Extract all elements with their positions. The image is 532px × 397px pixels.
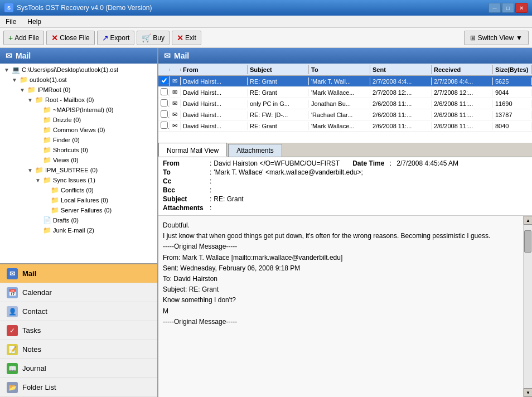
body-line: -----Original Message----- xyxy=(163,317,519,327)
folder-icon: 📁 xyxy=(43,176,51,184)
tree-label: Shortcuts (0) xyxy=(53,147,88,153)
menu-help[interactable]: Help xyxy=(24,17,45,27)
tree-label: C:\Users\psi\Desktop\outlook(1).ost xyxy=(22,66,118,73)
mail-detail: Normal Mail ViewAttachments From : David… xyxy=(158,143,532,397)
to-label: To xyxy=(163,168,207,176)
maximize-button[interactable]: □ xyxy=(502,3,514,13)
row-to: Jonathan Bu... xyxy=(309,100,370,108)
scroll-track[interactable] xyxy=(524,225,532,388)
detail-tab-normal-mail-view[interactable]: Normal Mail View xyxy=(158,143,227,157)
scroll-thumb[interactable] xyxy=(524,230,531,253)
row-check[interactable] xyxy=(158,76,170,86)
nav-item-calendar[interactable]: 📅 Calendar xyxy=(0,283,157,302)
nav-item-journal[interactable]: 📖 Journal xyxy=(0,359,157,378)
row-received: 2/6/2008 11:... xyxy=(432,122,493,130)
nav-item-mail[interactable]: ✉ Mail xyxy=(0,264,157,283)
tree-toggle: ▼ xyxy=(19,87,26,93)
tree-label: Server Failures (0) xyxy=(61,207,112,214)
tree-item[interactable]: 📁 Junk E-mail (2) xyxy=(1,225,156,235)
row-received: 2/7/2008 4:4... xyxy=(432,78,493,85)
mail-row[interactable]: ✉ David Hairst... RE: FW: [D-... 'Rachae… xyxy=(158,109,532,120)
row-sent: 2/6/2008 11:... xyxy=(370,111,432,119)
menu-file[interactable]: File xyxy=(2,17,20,27)
tree-item[interactable]: 📁 Conflicts (0) xyxy=(1,185,156,195)
tree-label: Drafts (0) xyxy=(53,217,79,224)
add-file-button[interactable]: + Add File xyxy=(3,31,44,45)
row-from: David Hairst... xyxy=(181,89,248,96)
row-check[interactable] xyxy=(158,121,170,130)
col-header-sent[interactable]: Sent xyxy=(370,65,432,74)
detail-tabs: Normal Mail ViewAttachments xyxy=(158,143,532,157)
col-header-from[interactable]: From xyxy=(181,65,248,74)
close-file-button[interactable]: ✕ Close File xyxy=(46,31,94,45)
right-panel-icon: ✉ xyxy=(164,51,171,60)
tree-item[interactable]: ▼ 📁 IPM_SUBTREE (0) xyxy=(1,165,156,175)
tree-area[interactable]: ▼ 💻 C:\Users\psi\Desktop\outlook(1).ost … xyxy=(0,64,157,263)
tree-item[interactable]: 📁 Server Failures (0) xyxy=(1,205,156,215)
tree-item[interactable]: 📄 Drafts (0) xyxy=(1,215,156,225)
col-header-to[interactable]: To xyxy=(309,65,370,74)
row-icon: ✉ xyxy=(170,122,181,130)
mail-row[interactable]: ✉ David Hairst... RE: Grant 'Mark T. Wal… xyxy=(158,76,532,87)
export-button[interactable]: ↗ Export xyxy=(97,31,135,45)
tree-item[interactable]: 📁 Finder (0) xyxy=(1,135,156,145)
tree-item[interactable]: 📁 Drizzle (0) xyxy=(1,115,156,125)
buy-button[interactable]: 🛒 Buy xyxy=(137,31,170,45)
row-check[interactable] xyxy=(158,99,170,108)
scroll-down-button[interactable]: ▼ xyxy=(524,388,532,397)
minimize-button[interactable]: ─ xyxy=(489,3,501,13)
body-scrollbar[interactable]: ▲ ▼ xyxy=(523,216,532,397)
col-header-received[interactable]: Received xyxy=(432,65,493,74)
right-panel: ✉ Mail From Subject To Sent Received Siz… xyxy=(158,48,532,397)
left-panel: ✉ Mail ▼ 💻 C:\Users\psi\Desktop\outlook(… xyxy=(0,48,158,397)
row-check[interactable] xyxy=(158,88,170,97)
switch-view-icon: ⊞ xyxy=(470,34,476,42)
col-header-size[interactable]: Size(Bytes) xyxy=(493,65,532,74)
col-header-subject[interactable]: Subject xyxy=(248,65,309,74)
nav-item-tasks[interactable]: ✓ Tasks xyxy=(0,321,157,340)
nav-item-contact[interactable]: 👤 Contact xyxy=(0,302,157,321)
tree-item[interactable]: ▼ 📁 Sync Issues (1) xyxy=(1,175,156,185)
row-subject: only PC in G... xyxy=(248,100,309,108)
buy-label: Buy xyxy=(153,34,165,42)
row-sent: 2/6/2008 11:... xyxy=(370,100,432,108)
row-size: 8040 xyxy=(493,122,532,130)
datetime-sep: : xyxy=(390,159,391,167)
switch-view-button[interactable]: ⊞ Switch View ▼ xyxy=(464,31,529,45)
mail-row[interactable]: ✉ David Hairst... only PC in G... Jonath… xyxy=(158,98,532,109)
mail-row[interactable]: ✉ David Hairst... RE: Grant 'Mark Wallac… xyxy=(158,87,532,98)
tree-item[interactable]: 📁 Common Views (0) xyxy=(1,125,156,135)
tree-label: IPMRoot (0) xyxy=(37,86,70,93)
tree-item[interactable]: 📁 Local Failures (0) xyxy=(1,195,156,205)
tree-item[interactable]: ▼ 💻 C:\Users\psi\Desktop\outlook(1).ost xyxy=(1,65,156,75)
scroll-up-button[interactable]: ▲ xyxy=(524,216,532,225)
folder-icon: 📁 xyxy=(35,166,43,174)
folder-icon: 📄 xyxy=(43,216,51,224)
nav-item-notes[interactable]: 📝 Notes xyxy=(0,340,157,359)
tree-toggle: ▼ xyxy=(27,167,33,173)
to-field: To : 'Mark T. Wallace' <mark.wallace@van… xyxy=(163,168,528,176)
nav-label-journal: Journal xyxy=(22,364,46,372)
tree-item[interactable]: 📁 Shortcuts (0) xyxy=(1,145,156,155)
mail-list-body[interactable]: ✉ David Hairst... RE: Grant 'Mark T. Wal… xyxy=(158,76,532,143)
mail-row[interactable]: ✉ David Hairst... RE: Grant 'Mark Wallac… xyxy=(158,120,532,132)
close-button[interactable]: ✕ xyxy=(515,3,528,13)
switch-view-label: Switch View xyxy=(478,34,514,42)
tree-item[interactable]: 📁 Views (0) xyxy=(1,155,156,165)
row-received: 2/7/2008 12:... xyxy=(432,89,493,96)
mail-body[interactable]: Doubtful.I just know that when good thin… xyxy=(158,216,523,397)
folder-icon: 📁 xyxy=(43,136,51,144)
body-line: M xyxy=(163,306,519,317)
nav-item-folder-list[interactable]: 📂 Folder List xyxy=(0,378,157,397)
tree-item[interactable]: 📁 ~MAPISP(Internal) (0) xyxy=(1,105,156,115)
exit-button[interactable]: ✕ Exit xyxy=(172,31,201,45)
tree-item[interactable]: ▼ 📁 IPMRoot (0) xyxy=(1,85,156,95)
nav-label-calendar: Calendar xyxy=(22,288,52,297)
tree-item[interactable]: ▼ 📁 Root - Mailbox (0) xyxy=(1,95,156,105)
detail-tab-attachments[interactable]: Attachments xyxy=(228,144,282,157)
row-check[interactable] xyxy=(158,110,170,119)
nav-icon-notes: 📝 xyxy=(7,344,18,355)
detail-fields: From : David Hairston </O=WFUBMC/OU=FIRS… xyxy=(158,157,532,216)
tree-item[interactable]: ▼ 📁 outlook(1).ost xyxy=(1,75,156,85)
datetime-key: Date Time xyxy=(352,159,384,167)
